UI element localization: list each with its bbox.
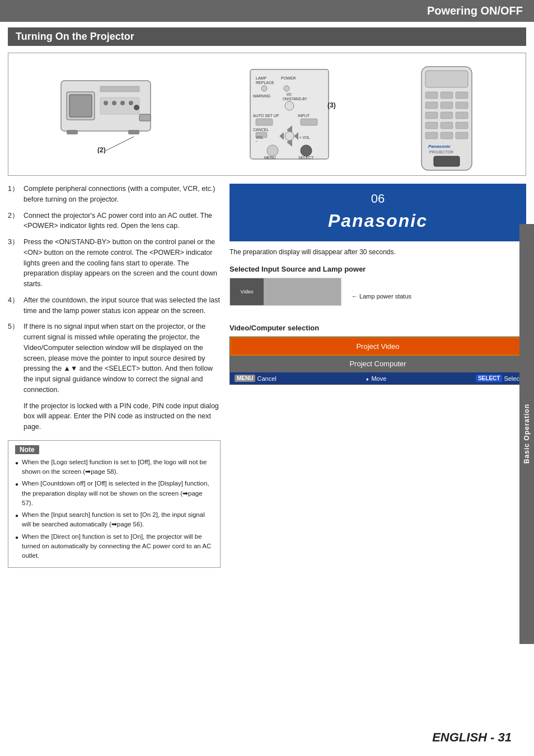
vc-selection-title: Video/Computer selection [229,324,526,332]
vc-selection-box: Project Video Project Computer MENU Canc… [229,337,526,385]
svg-text:−: − [256,139,258,143]
svg-rect-27 [256,119,273,125]
select-button[interactable]: SELECT Select [476,375,521,382]
svg-point-5 [104,101,108,105]
svg-point-6 [112,101,116,105]
svg-rect-12 [139,114,151,121]
cancel-button[interactable]: MENU Cancel [235,375,277,382]
svg-text:POWER: POWER [281,76,296,80]
page-number: ENGLISH - 31 [432,730,512,744]
step-4: 4） After the countdown, the input source… [8,295,221,316]
svg-rect-46 [425,92,438,99]
svg-rect-53 [441,112,453,119]
svg-rect-57 [456,122,468,129]
svg-rect-60 [456,132,468,139]
svg-text:PROJECTOR: PROJECTOR [429,150,453,154]
svg-point-7 [120,101,125,105]
svg-text:SELECT: SELECT [298,156,314,160]
svg-rect-55 [425,122,438,129]
svg-text:CANCEL: CANCEL [253,128,269,132]
note-item-1: When the [Logo select] function is set t… [15,458,213,477]
note-item-4: When the [Direct on] function is set to … [15,532,213,561]
svg-text:REPLACE: REPLACE [256,81,274,85]
svg-point-8 [129,101,133,105]
svg-line-13 [106,137,134,151]
svg-rect-49 [425,102,438,109]
svg-rect-3 [100,86,139,92]
side-tab: Basic Operation [523,404,531,464]
svg-rect-56 [441,122,453,129]
svg-text:LAMP: LAMP [256,76,266,80]
step-3: 3） Press the <ON/STAND-BY> button on the… [8,237,221,290]
lamp-status-box: Video [229,278,341,306]
svg-rect-2 [69,95,92,117]
vc-row-video[interactable]: Project Video [230,337,526,356]
panasonic-logo: Panasonic [235,211,521,231]
svg-rect-58 [425,132,438,139]
page-footer: ENGLISH - 31 [432,730,512,745]
prep-display-text: The preparation display will disappear a… [229,247,526,257]
section-title: Turning On the Projector [16,31,134,42]
move-icon: ⬧ [366,375,369,382]
svg-text:Panasonic: Panasonic [428,144,451,149]
svg-rect-50 [441,102,453,109]
side-tab-container: Basic Operation [519,224,534,644]
lamp-status-indicator [264,278,341,305]
svg-text:AUTO SET UP: AUTO SET UP [253,114,279,118]
svg-text:INPUT: INPUT [298,114,310,118]
note-list: When the [Logo select] function is set t… [15,458,213,561]
svg-text:(3): (3) [327,101,336,109]
step-6: If the projector is locked with a PIN co… [8,401,221,432]
note-box: Note When the [Logo select] function is … [8,440,221,568]
svg-text:I/O: I/O [287,92,292,96]
svg-point-35 [285,132,294,141]
svg-text:WARNING: WARNING [253,94,270,98]
svg-rect-10 [67,130,78,134]
svg-rect-54 [456,112,468,119]
section-header: Turning On the Projector [8,27,526,46]
step-5: 5） If there is no signal input when star… [8,321,221,395]
select-icon: SELECT [476,375,502,382]
svg-text:ON/STAND-BY: ON/STAND-BY [283,97,308,101]
svg-rect-59 [441,132,453,139]
vc-row-computer[interactable]: Project Computer [230,356,526,372]
svg-text:(2): (2) [97,146,106,153]
step-2: 2） Connect the projector's AC power cord… [8,211,221,232]
right-column: 06 Panasonic The preparation display wil… [229,184,526,568]
svg-rect-51 [456,102,468,109]
svg-text:VOL: VOL [256,136,263,139]
selected-input-title: Selected Input Source and Lamp power [229,265,526,273]
lamp-status-label: ← Lamp power status [352,292,411,300]
svg-rect-52 [425,112,438,119]
steps-list: 1） Complete peripheral connections (with… [8,184,221,432]
panasonic-display: 06 Panasonic [229,184,526,241]
diagram-box: (2) LAMP REPLACE POWER WARNING I/O ON/ST… [8,53,526,176]
svg-point-24 [285,101,294,110]
svg-text:+ VOL: + VOL [299,136,310,139]
left-column: 1） Complete peripheral connections (with… [8,184,221,568]
svg-rect-45 [425,71,468,87]
svg-rect-47 [441,92,453,99]
note-title: Note [15,445,39,454]
page-header: Powering ON/OFF [0,0,534,22]
svg-point-18 [261,86,267,91]
vc-footer: MENU Cancel ⬧ Move SELECT Select [230,372,526,384]
note-item-3: When the [Input search] function is set … [15,510,213,530]
menu-icon: MENU [235,375,255,382]
svg-point-40 [301,145,312,156]
projector-illustration: (2) [50,64,173,165]
svg-rect-28 [301,119,317,125]
note-item-2: When [Countdown off] or [Off] is selecte… [15,479,213,508]
svg-point-39 [267,145,278,156]
lamp-status-row: Video ← Lamp power status [229,278,526,315]
svg-point-20 [284,86,289,91]
lamp-video-label: Video [230,278,264,305]
main-content: 1） Complete peripheral connections (with… [0,184,534,568]
svg-rect-11 [128,130,139,134]
header-title: Powering ON/OFF [427,4,523,17]
step-1: 1） Complete peripheral connections (with… [8,184,221,205]
svg-rect-48 [456,92,468,99]
svg-point-9 [134,105,139,110]
svg-text:MENU: MENU [264,156,276,160]
control-panel-illustration: LAMP REPLACE POWER WARNING I/O ON/STAND-… [245,64,345,165]
